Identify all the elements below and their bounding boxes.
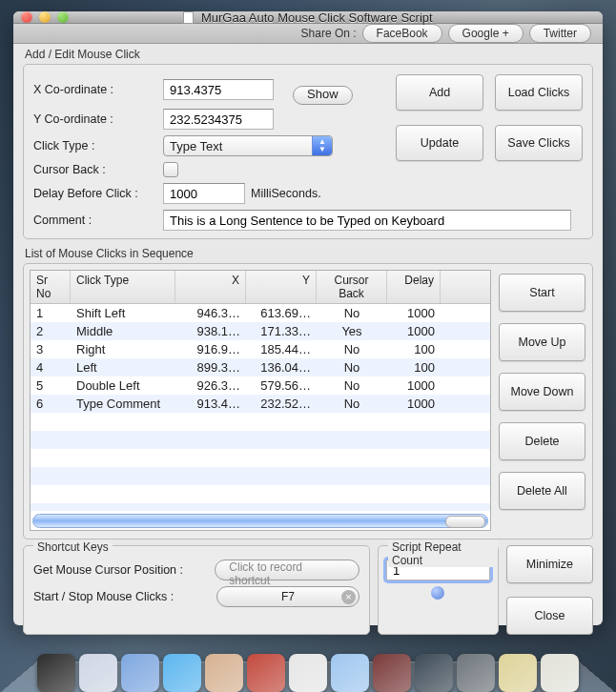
show-button[interactable]: Show	[293, 86, 353, 105]
list-section-label: List of Mouse Clicks in Sequence	[25, 247, 593, 260]
startstop-shortcut-field[interactable]: F7 ×	[216, 586, 359, 607]
table-row	[31, 449, 490, 467]
table-row	[31, 431, 490, 449]
comment-label: Comment :	[33, 214, 157, 227]
move-up-button[interactable]: Move Up	[499, 323, 585, 361]
table-row[interactable]: 5Double Left926.3…579.56…No1000	[31, 377, 490, 395]
share-toolbar: Share On : FaceBook Google + Twitter	[13, 24, 603, 44]
dock-app-icon[interactable]	[415, 654, 453, 692]
dock-app-icon[interactable]	[121, 654, 159, 692]
table-row	[31, 413, 490, 431]
x-coord-input[interactable]	[163, 79, 274, 100]
click-type-label: Click Type :	[33, 139, 157, 153]
delete-button[interactable]: Delete	[499, 422, 585, 460]
table-row[interactable]: 3Right916.9…185.44…No100	[31, 340, 490, 358]
dock-app-icon[interactable]	[457, 654, 495, 692]
table-row[interactable]: 6Type Comment913.4…232.52…No1000	[31, 395, 490, 413]
repeat-section-label: Script Repeat Count	[388, 540, 498, 567]
delay-input[interactable]	[163, 183, 245, 204]
table-row	[31, 467, 490, 485]
delay-label: Delay Before Click :	[33, 187, 157, 200]
col-x[interactable]: X	[175, 271, 246, 303]
dock-app-icon[interactable]	[163, 654, 201, 692]
dock-app-icon[interactable]	[541, 654, 579, 692]
share-label: Share On :	[301, 27, 357, 40]
table-row	[31, 503, 490, 511]
dock-app-icon[interactable]	[79, 654, 117, 692]
titlebar[interactable]: MurGaa Auto Mouse Click Software Script	[13, 11, 603, 24]
twitter-button[interactable]: Twitter	[529, 24, 591, 43]
add-button[interactable]: Add	[396, 74, 483, 111]
shortcut-section-label: Shortcut Keys	[33, 540, 113, 554]
startstop-label: Start / Stop Mouse Clicks :	[33, 590, 211, 603]
dock	[0, 641, 616, 692]
delay-unit-label: MilliSeconds.	[251, 187, 321, 200]
col-click-type[interactable]: Click Type	[71, 271, 175, 303]
x-coord-label: X Co-ordinate :	[33, 83, 157, 96]
update-button[interactable]: Update	[396, 125, 483, 161]
click-type-select[interactable]: Type Text ▲▼	[163, 135, 333, 156]
y-coord-input[interactable]	[163, 109, 274, 130]
facebook-button[interactable]: FaceBook	[362, 24, 442, 43]
document-icon	[183, 11, 194, 24]
comment-input[interactable]	[163, 210, 571, 231]
cursor-back-label: Cursor Back :	[33, 163, 157, 176]
chevron-updown-icon: ▲▼	[318, 138, 326, 153]
dock-app-icon[interactable]	[289, 654, 327, 692]
status-dot-icon	[431, 586, 444, 600]
dock-app-icon[interactable]	[247, 654, 285, 692]
table-row	[31, 485, 490, 503]
get-position-label: Get Mouse Cursor Position :	[33, 563, 209, 577]
start-button[interactable]: Start	[499, 274, 585, 312]
googleplus-button[interactable]: Google +	[448, 24, 524, 43]
edit-section-label: Add / Edit Mouse Click	[25, 48, 593, 61]
record-shortcut-button[interactable]: Click to record shortcut	[215, 560, 359, 580]
table-row[interactable]: 1Shift Left946.3…613.69…No1000	[31, 304, 490, 322]
table-row[interactable]: 2Middle938.1…171.33…Yes1000	[31, 322, 490, 340]
close-button[interactable]: Close	[506, 597, 593, 635]
col-cursor-back[interactable]: Cursor Back	[317, 271, 387, 303]
app-window: MurGaa Auto Mouse Click Software Script …	[13, 11, 603, 625]
col-delay[interactable]: Delay	[387, 271, 441, 303]
window-title: MurGaa Auto Mouse Click Software Script	[13, 10, 603, 25]
dock-app-icon[interactable]	[499, 654, 537, 692]
y-coord-label: Y Co-ordinate :	[33, 112, 157, 126]
scroll-arrows-icon[interactable]: ◂ ▸	[469, 516, 482, 525]
minimize-button[interactable]: Minimize	[506, 545, 593, 583]
save-clicks-button[interactable]: Save Clicks	[495, 125, 583, 161]
delete-all-button[interactable]: Delete All	[499, 472, 585, 510]
dock-app-icon[interactable]	[205, 654, 243, 692]
dock-app-icon[interactable]	[331, 654, 369, 692]
cursor-back-checkbox[interactable]	[163, 162, 178, 177]
clicks-table: Sr No Click Type X Y Cursor Back Delay 1…	[30, 270, 491, 531]
horizontal-scrollbar[interactable]: ◂ ▸	[32, 514, 488, 528]
col-sr[interactable]: Sr No	[31, 271, 71, 303]
table-row[interactable]: 4Left899.3…136.04…No100	[31, 358, 490, 377]
move-down-button[interactable]: Move Down	[499, 373, 585, 411]
col-y[interactable]: Y	[246, 271, 317, 303]
dock-app-icon[interactable]	[373, 654, 411, 692]
load-clicks-button[interactable]: Load Clicks	[495, 74, 583, 111]
clear-shortcut-icon[interactable]: ×	[341, 590, 356, 604]
dock-app-icon[interactable]	[37, 654, 75, 692]
